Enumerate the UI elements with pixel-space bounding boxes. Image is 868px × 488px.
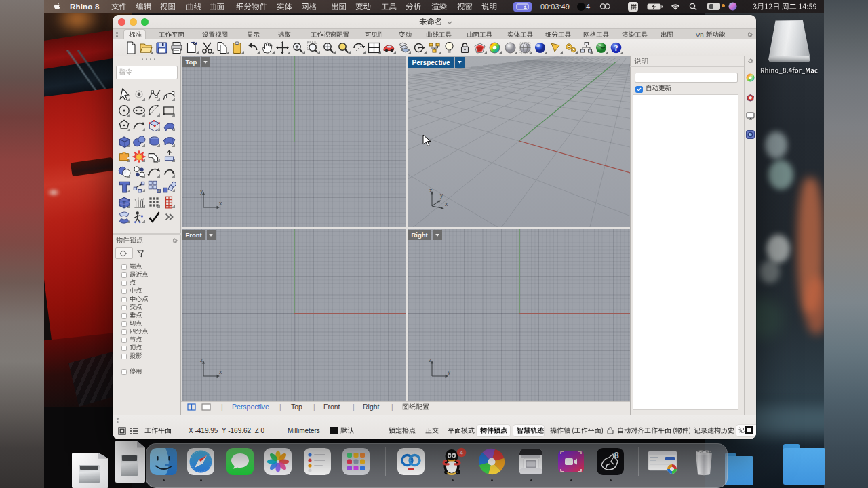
- svg-text:z: z: [429, 188, 432, 194]
- svg-text:4: 4: [460, 449, 463, 456]
- svg-text:y: y: [440, 192, 443, 199]
- svg-text:y: y: [448, 369, 451, 375]
- svg-text:x: x: [219, 369, 222, 375]
- svg-text:8: 8: [614, 450, 618, 460]
- svg-text:x: x: [445, 201, 448, 207]
- svg-text:z: z: [429, 357, 431, 363]
- svg-text:x: x: [219, 200, 222, 207]
- svg-text:?: ?: [614, 44, 618, 52]
- svg-text:z: z: [200, 357, 203, 363]
